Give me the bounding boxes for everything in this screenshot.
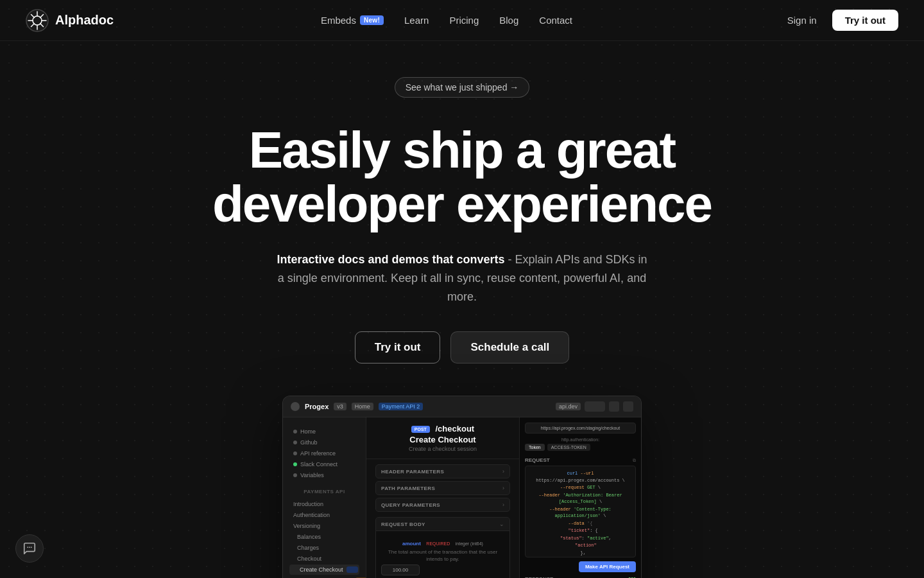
token-tabs: Token ACCESS-TOKEN bbox=[525, 444, 636, 451]
field-amount-desc: The total amount of the transaction that… bbox=[381, 549, 504, 563]
nav-links: Embeds New! Learn Pricing Blog Contact bbox=[313, 11, 580, 30]
sidebar-dot-home bbox=[293, 430, 297, 434]
rb-chevron: ⌄ bbox=[499, 521, 504, 527]
sidebar-item-home[interactable]: Home bbox=[289, 426, 359, 437]
sidebar-dot-vars bbox=[293, 473, 297, 477]
field-amount-value[interactable]: 100.00 bbox=[381, 565, 420, 575]
chat-svg-icon bbox=[22, 541, 37, 556]
nav-item-blog[interactable]: Blog bbox=[492, 11, 526, 30]
field-amount: amount REQUIRED integer (int64) The tota… bbox=[381, 536, 504, 575]
sidebar-label-github: Github bbox=[300, 439, 318, 446]
sidebar-item-api-ref[interactable]: API reference bbox=[289, 448, 359, 459]
endpoint-badge: POST bbox=[411, 426, 430, 433]
sidebar-nav-versioning[interactable]: Versioning bbox=[289, 521, 359, 531]
param-header-label: HEADER PARAMETERS bbox=[381, 469, 444, 475]
request-body-section: REQUEST BODY ⌄ amount REQUIRED integer (… bbox=[366, 517, 519, 578]
nav-item-contact[interactable]: Contact bbox=[531, 11, 580, 30]
sidebar-nav-balances[interactable]: Balances bbox=[289, 532, 359, 542]
rb-label: REQUEST BODY bbox=[381, 521, 425, 527]
hero-subtitle: Interactive docs and demos that converts… bbox=[276, 250, 648, 306]
url-display: api.dev bbox=[556, 403, 581, 410]
sidebar-dot-api bbox=[293, 451, 297, 455]
param-path[interactable]: PATH PARAMETERS › bbox=[375, 481, 510, 495]
code-line-4: --header 'Content-Type: application/json… bbox=[529, 506, 631, 520]
field-amount-type: integer (int64) bbox=[456, 541, 483, 546]
auth-section: http.authentication: Token ACCESS-TOKEN bbox=[525, 437, 636, 453]
sidebar-label-home: Home bbox=[300, 428, 316, 435]
rb-header[interactable]: REQUEST BODY ⌄ bbox=[375, 517, 510, 531]
make-request-button[interactable]: Make API Request bbox=[579, 561, 636, 572]
sidebar-dot-github bbox=[293, 441, 297, 444]
app-body: Home Github API reference Slack Connect bbox=[283, 417, 641, 578]
logo-icon bbox=[26, 9, 49, 32]
param-header[interactable]: HEADER PARAMETERS › bbox=[375, 464, 510, 478]
sidebar-section-header-payments: PAYMENTS API bbox=[283, 484, 366, 496]
app-bar-controls: api.dev bbox=[556, 401, 633, 412]
endpoint-name: Create Checkout bbox=[375, 435, 510, 444]
token-tab-token[interactable]: Token bbox=[525, 444, 545, 451]
chat-icon[interactable] bbox=[15, 534, 44, 563]
request-label: REQUEST ⧉ bbox=[525, 457, 636, 463]
hero-ctas: Try it out Schedule a call bbox=[0, 331, 924, 363]
code-panel: https://api.progex.com/staging/checkout … bbox=[519, 417, 641, 578]
auth-label: http.authentication: bbox=[525, 437, 636, 442]
code-line-1: curl --url https://api.progex.com/accoun… bbox=[529, 470, 631, 484]
token-tab-access[interactable]: ACCESS-TOKEN bbox=[547, 444, 590, 451]
rb-body: amount REQUIRED integer (int64) The tota… bbox=[375, 531, 510, 578]
app-brand: Progex bbox=[305, 403, 329, 410]
svg-point-11 bbox=[29, 547, 30, 548]
logo[interactable]: Alphadoc bbox=[26, 9, 114, 32]
signin-button[interactable]: Sign in bbox=[780, 11, 825, 30]
sidebar-nav-retrieve-checkout[interactable]: Retrieve a Checkout bbox=[289, 575, 359, 578]
schedule-button[interactable]: Schedule a call bbox=[450, 331, 569, 363]
sidebar-nav-authentication[interactable]: Authentication bbox=[289, 510, 359, 520]
sidebar-nav-create-checkout[interactable]: Create Checkout bbox=[289, 565, 359, 575]
sidebar-nav-checkout[interactable]: Checkout bbox=[289, 554, 359, 564]
code-line-3: --header 'Authorization: Bearer [Access_… bbox=[529, 492, 631, 505]
param-query[interactable]: QUERY PARAMETERS › bbox=[375, 498, 510, 512]
app-sidebar: Home Github API reference Slack Connect bbox=[283, 417, 366, 578]
param-query-chevron: › bbox=[502, 502, 504, 508]
sidebar-item-slack[interactable]: Slack Connect bbox=[289, 459, 359, 469]
sidebar-nav-introduction[interactable]: Introduction bbox=[289, 499, 359, 509]
app-tab-home: Home bbox=[352, 403, 373, 410]
announcement-banner[interactable]: See what we just shipped → bbox=[395, 77, 530, 98]
code-line-8: "action" bbox=[529, 542, 631, 549]
param-path-label: PATH PARAMETERS bbox=[381, 486, 435, 491]
sidebar-dot-slack bbox=[293, 462, 297, 466]
endpoint-header: POST /checkout Create Checkout Create a … bbox=[366, 417, 519, 459]
hero-section: See what we just shipped → Easily ship a… bbox=[0, 41, 924, 578]
code-line-2: --request GET \ bbox=[529, 484, 631, 491]
nav-item-pricing[interactable]: Pricing bbox=[441, 11, 486, 30]
hero-title: Easily ship a great developer experience bbox=[205, 123, 719, 231]
field-amount-required: REQUIRED bbox=[426, 541, 450, 546]
sidebar-label-vars: Variables bbox=[300, 472, 324, 478]
embeds-badge: New! bbox=[360, 15, 384, 25]
code-line-6: "ticket": { bbox=[529, 527, 631, 534]
sidebar-item-github[interactable]: Github bbox=[289, 437, 359, 448]
code-line-9: }, bbox=[529, 550, 631, 557]
app-preview: Progex v3 Home Payment API 2 api.dev Hom… bbox=[282, 396, 642, 578]
code-url-bar: https://api.progex.com/staging/checkout bbox=[525, 423, 636, 434]
code-line-10: "amt": { bbox=[529, 557, 631, 557]
app-logo-dot bbox=[291, 402, 300, 411]
code-line-7: "status": "active", bbox=[529, 535, 631, 542]
app-tab-payment: Payment API 2 bbox=[379, 403, 424, 410]
nav-item-learn[interactable]: Learn bbox=[397, 11, 436, 30]
sidebar-nav-charges[interactable]: Charges bbox=[289, 543, 359, 553]
tryit-hero-button[interactable]: Try it out bbox=[355, 331, 441, 363]
svg-point-10 bbox=[27, 547, 28, 548]
ctrl-pill bbox=[585, 401, 605, 412]
endpoint-title: POST /checkout bbox=[375, 424, 510, 434]
param-query-label: QUERY PARAMETERS bbox=[381, 502, 440, 508]
param-sections: HEADER PARAMETERS › PATH PARAMETERS › QU… bbox=[366, 459, 519, 517]
endpoint-desc: Create a checkout session bbox=[375, 446, 510, 452]
param-header-chevron: › bbox=[502, 468, 504, 475]
tryit-nav-button[interactable]: Try it out bbox=[832, 10, 898, 31]
copy-icon: ⧉ bbox=[633, 458, 636, 463]
nav-item-embeds[interactable]: Embeds New! bbox=[313, 11, 391, 30]
code-line-5: --data '{ bbox=[529, 520, 631, 527]
sidebar-item-variables[interactable]: Variables bbox=[289, 470, 359, 480]
app-tab-v3: v3 bbox=[334, 403, 346, 410]
request-code-block: curl --url https://api.progex.com/accoun… bbox=[525, 466, 636, 557]
